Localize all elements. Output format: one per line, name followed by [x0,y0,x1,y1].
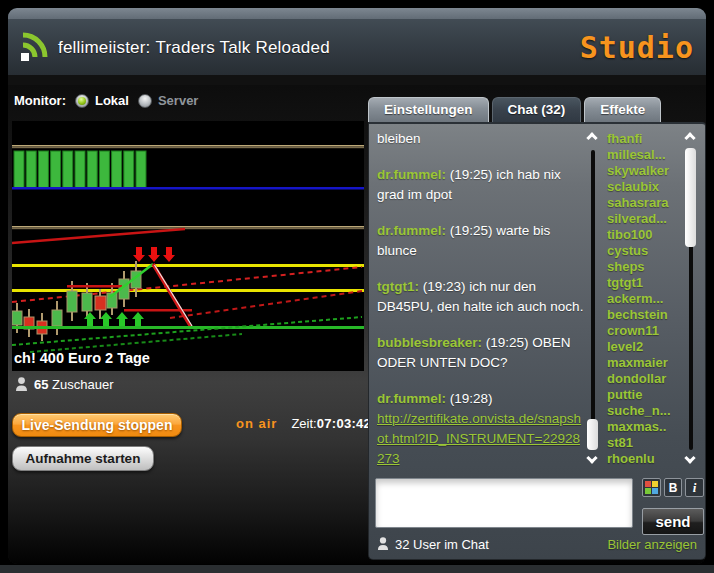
radio-option-server[interactable]: Server [138,93,198,108]
user-list-item[interactable]: millesal... [607,147,681,163]
color-picker-button[interactable] [642,478,661,497]
chat-message-list[interactable]: bleibendr.fummel: (19:25) ich hab nix gr… [377,129,586,474]
chat-scroll-up-icon[interactable] [586,130,600,142]
userlist-scrollbar-thumb[interactable] [685,148,696,247]
time-label: Zeit: [291,416,316,431]
video-overlay-text: ch! 400 Euro 2 Tage [14,350,150,366]
user-list-item[interactable]: sclaubix [607,179,681,195]
user-list-item[interactable]: ackerm... [607,291,681,307]
viewers-counter: 65 Zuschauer [15,377,114,392]
chat-username: tgtgt1: [377,279,419,294]
radio-button-server[interactable] [138,94,152,108]
tab-chat[interactable]: Chat (32) [492,97,582,122]
chat-link[interactable]: http://zertifikate.onvista.de/snapshot.h… [377,409,586,469]
broadcast-icon [20,30,50,66]
show-images-link[interactable]: Bilder anzeigen [607,537,697,552]
chat-input[interactable] [375,478,633,528]
monitor-label: Monitor: [14,93,66,108]
user-list-item[interactable]: tgtgt1 [607,275,681,291]
user-list-item[interactable]: skywalker [607,163,681,179]
chat-message: dr.fummel: (19:25) ich hab nix grad im d… [377,165,586,205]
broadcast-status: on air Zeit:07:03:42 [236,416,371,431]
tab-einstellungen[interactable]: Einstellungen [368,97,489,122]
viewers-count: 65 [34,377,48,392]
monitor-selector: Monitor: Lokal Server [14,93,198,108]
chat-scroll-down-icon[interactable] [586,454,600,466]
chat-message: bleiben [377,129,586,149]
user-list-item[interactable]: maxmaier [607,355,681,371]
viewers-label: Zuschauer [52,377,113,392]
user-list-item[interactable]: puttie [607,387,681,403]
user-list-item[interactable]: crown11 [607,323,681,339]
chat-panel: bleibendr.fummel: (19:25) ich hab nix gr… [368,122,706,560]
on-air-indicator: on air [236,416,277,431]
panel-footer: 32 User im Chat Bilder anzeigen [377,534,697,554]
panel-tabs: Einstellungen Chat (32) Effekte [368,97,661,122]
content-area: Monitor: Lokal Server [8,85,706,564]
user-list-item[interactable]: rhoenlu [607,451,681,467]
chat-message: dr.fummel: (19:25) warte bis blunce [377,221,586,261]
user-list-item[interactable]: level2 [607,339,681,355]
send-button[interactable]: send [642,508,704,535]
chat-message: dr.fummel: (19:28)http://zertifikate.onv… [377,389,586,469]
user-list-item[interactable]: bechstein [607,307,681,323]
chat-message: bubblesbreaker: (19:25) OBEN ODER UNTEN … [377,333,586,373]
stop-live-button[interactable]: Live-Sendung stoppen [12,413,182,437]
user-list-item[interactable]: suche_n... [607,403,681,419]
user-list-item[interactable]: dondollar [607,371,681,387]
bold-button[interactable]: B [664,478,683,497]
chat-scrollbar-track[interactable] [591,150,595,450]
radio-option-lokal[interactable]: Lokal [75,93,129,108]
userlist-scroll-down-icon[interactable] [684,454,698,466]
show-name: Traders Talk Reloaded [156,38,330,58]
userlist-scrollbar[interactable] [683,130,699,468]
user-list-item[interactable]: sheps [607,259,681,275]
userlist-scroll-up-icon[interactable] [684,130,698,142]
viewer-icon [15,377,28,392]
start-recording-button[interactable]: Aufnahme starten [12,446,154,471]
user-list-item[interactable]: st81 [607,435,681,451]
footer-strip [0,565,714,573]
chat-username: dr.fummel: [377,223,446,238]
format-buttons: B i [642,478,704,497]
chat-username: dr.fummel: [377,167,446,182]
video-preview: ch! 400 Euro 2 Tage [12,121,364,371]
chat-user-list[interactable]: fhanfimillesal...skywalkersclaubixsahasr… [607,131,681,467]
stream-title: fellimeiister: Traders Talk Reloaded [58,38,330,58]
italic-button[interactable]: i [685,478,704,497]
studio-logo: Studio [580,30,694,65]
tab-effekte[interactable]: Effekte [584,97,661,122]
channel-name: fellimeiister: [58,38,151,58]
user-list-item[interactable]: maxmas.. [607,419,681,435]
chat-scrollbar[interactable] [585,130,601,468]
header: fellimeiister: Traders Talk Reloaded Stu… [8,8,706,75]
chat-message: tgtgt1: (19:23) ich nur den DB45PU, den … [377,277,586,317]
user-list-item[interactable]: fhanfi [607,131,681,147]
users-icon [377,537,389,551]
users-in-chat-label: 32 User im Chat [395,537,489,552]
video-chart [12,121,364,371]
user-list-item[interactable]: cystus [607,243,681,259]
user-list-item[interactable]: tibo100 [607,227,681,243]
studio-app: fellimeiister: Traders Talk Reloaded Stu… [0,0,714,573]
app-window: fellimeiister: Traders Talk Reloaded Stu… [8,8,706,564]
user-list-item[interactable]: silverad... [607,211,681,227]
radio-button-lokal[interactable] [75,94,89,108]
time-value: 07:03:42 [317,416,371,431]
user-list-item[interactable]: sahasrara [607,195,681,211]
color-grid-icon [645,481,658,494]
chat-username: dr.fummel: [377,391,446,406]
chat-username: bubblesbreaker: [377,335,482,350]
chat-scrollbar-thumb[interactable] [587,419,598,450]
